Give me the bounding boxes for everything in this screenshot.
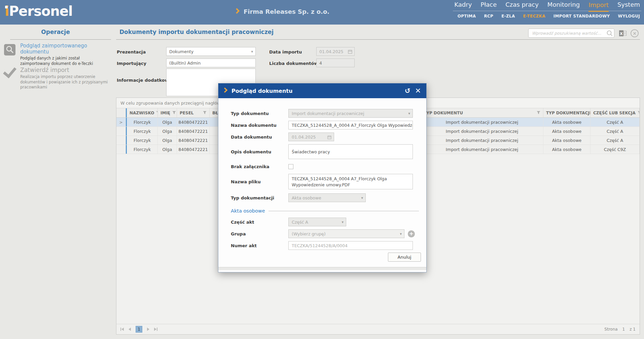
nazwa-dokumentu-input[interactable]: TECZKA_51244528_A_0004 A7_Florczyk Olga … xyxy=(288,121,413,129)
numer-akt-label: Numer akt xyxy=(231,243,288,248)
chevron-right-icon xyxy=(224,87,227,94)
grupa-select[interactable]: (Wybierz grupę)▾ xyxy=(288,229,404,238)
sidebar-item-podglad-dokumentu[interactable]: Podgląd zaimportowanego dokumentu Podglą… xyxy=(3,43,109,66)
history-icon[interactable]: ↺ xyxy=(405,87,410,94)
document-preview-icon xyxy=(3,43,17,66)
subnav-import-standardowy[interactable]: IMPORT STANDARDOWY xyxy=(553,14,610,18)
importujacy-input[interactable]: (BuiltIn) Admin xyxy=(166,59,256,67)
checkmark-icon xyxy=(3,67,17,90)
col-typ-dokumentacji[interactable]: TYP DOKUMENTACJI xyxy=(543,108,591,117)
cell-typ-dokumentacji: Akta osobowe xyxy=(543,118,591,126)
col-czesc-lub-sekcja[interactable]: CZĘŚĆ LUB SEKCJA xyxy=(591,108,640,117)
row-expander[interactable]: > xyxy=(116,118,126,126)
modal-close-icon[interactable]: ✕ xyxy=(415,87,421,95)
data-importu-label: Data importu xyxy=(269,49,302,54)
nav-kadry[interactable]: Kadry xyxy=(454,2,472,8)
nav-czas-pracy[interactable]: Czas pracy xyxy=(505,2,539,8)
data-importu-input[interactable]: 01.04.2025 xyxy=(316,47,355,56)
liczba-dokumentow-input[interactable]: 4 xyxy=(316,59,355,67)
chevron-down-icon: ▾ xyxy=(251,49,253,54)
col-imie[interactable]: IMIĘ xyxy=(158,108,177,117)
logo-i-glyph: i xyxy=(5,3,9,19)
panel-close-icon[interactable]: × xyxy=(631,29,639,37)
sidebar-item-desc: Podgląd danych z jakimi został zaimporto… xyxy=(20,56,109,66)
chevron-down-icon: ▾ xyxy=(408,111,410,116)
opis-dokumentu-textarea[interactable]: Świadectwo pracy xyxy=(288,144,413,159)
modal-body: Typ dokumentu Import dokumentacji pracow… xyxy=(218,98,426,270)
cell-nazwisko: Florczyk xyxy=(126,118,158,126)
row-expander[interactable] xyxy=(116,136,126,145)
data-dokumentu-label: Data dokumentu xyxy=(231,135,288,140)
nav-monitoring[interactable]: Monitoring xyxy=(547,2,580,8)
modal-title: Podgląd dokumentu xyxy=(231,88,292,94)
filter-icon[interactable] xyxy=(537,111,540,115)
search-input[interactable] xyxy=(529,29,605,37)
filter-icon[interactable] xyxy=(638,111,640,115)
last-page-button[interactable] xyxy=(154,328,157,331)
filter-icon[interactable] xyxy=(172,111,176,115)
export-excel-icon[interactable]: X xyxy=(618,29,627,38)
numer-akt-input[interactable]: TECZKA/51244528/A/0004 xyxy=(288,241,413,250)
cell-nazwisko: Florczyk xyxy=(126,127,158,136)
cell-typ-dokumentu: Import dokumentacji pracowniczej xyxy=(421,118,543,126)
cell-nazwisko: Florczyk xyxy=(126,145,158,154)
page-number-button[interactable]: 1 xyxy=(136,326,142,333)
sidebar-item-text: Podgląd zaimportowanego dokumentu Podglą… xyxy=(20,43,109,66)
sidebar-item-zatwierdz-import[interactable]: Zatwierdź import Realizacja importu popr… xyxy=(3,67,109,90)
cell-imie: Olga xyxy=(158,136,177,145)
page-info: Strona 1 z 1 xyxy=(604,327,636,332)
liczba-dokumentow-label: Liczba dokumentów xyxy=(269,61,318,66)
col-nazwisko[interactable]: NAZWISKO xyxy=(126,108,158,117)
page-title: Dokumenty importu dokumentacji pracownic… xyxy=(119,29,274,35)
filter-icon[interactable] xyxy=(203,111,207,115)
opis-dokumentu-label: Opis dokumentu xyxy=(231,149,288,154)
sidebar-item-desc: Realizacja importu poprzez utworzenie do… xyxy=(20,74,109,90)
chevron-down-icon: ▾ xyxy=(342,220,344,224)
grupa-label: Grupa xyxy=(231,231,288,236)
cell-typ-dokumentu: Import dokumentacji pracowniczej xyxy=(421,145,543,154)
next-page-button[interactable] xyxy=(147,328,149,331)
subnav-rcp[interactable]: RCP xyxy=(484,14,493,18)
cell-typ-dokumentacji: Akta osobowe xyxy=(543,136,591,145)
sidebar-item-text: Zatwierdź import Realizacja importu popr… xyxy=(20,67,109,90)
app-logo[interactable]: iPersonel xyxy=(5,3,73,19)
add-group-button[interactable]: + xyxy=(408,230,415,237)
nav-place[interactable]: Płace xyxy=(480,2,497,8)
nav-import[interactable]: Import xyxy=(588,2,609,12)
subnav-optima[interactable]: OPTIMA xyxy=(458,14,476,18)
cancel-button[interactable]: Anuluj xyxy=(388,253,421,262)
app-window: iPersonel Firma Releases Sp. z o.o. Kadr… xyxy=(0,0,644,339)
cell-typ-dokumentu: Import dokumentacji pracowniczej xyxy=(421,127,543,136)
typ-dokumentacji-select[interactable]: Akta osobowe▾ xyxy=(288,193,366,202)
cell-typ-dokumentu: Import dokumentacji pracowniczej xyxy=(421,136,543,145)
row-expander[interactable] xyxy=(116,127,126,136)
pagination-bar: 1 Strona 1 z 1 xyxy=(116,324,640,334)
col-typ-dokumentu[interactable]: TYP DOKUMENTU xyxy=(421,108,543,117)
nazwa-pliku-input[interactable]: TECZKA_51244528_A_0004 A7_Florczyk Olga … xyxy=(288,174,413,189)
brak-zalacznika-checkbox[interactable] xyxy=(288,164,293,169)
typ-dokumentacji-label: Typ dokumentacji xyxy=(231,195,288,200)
prezentacja-select[interactable]: Dokumenty▾ xyxy=(166,47,256,56)
nav-row-main: Kadry Płace Czas pracy Monitoring Import… xyxy=(453,2,641,11)
sidebar-separator xyxy=(10,39,111,40)
operations-title: Operacje xyxy=(0,29,111,35)
typ-dokumentu-select[interactable]: Import dokumentacji pracowniczej▾ xyxy=(288,109,413,118)
nav-system[interactable]: System xyxy=(617,2,640,8)
cell-nazwisko: Florczyk xyxy=(126,136,158,145)
first-page-button[interactable] xyxy=(120,328,124,331)
subnav-eteczka[interactable]: E-TECZKA xyxy=(523,14,545,18)
subnav-ezla[interactable]: E-ZLA xyxy=(501,14,515,18)
row-expander[interactable] xyxy=(116,145,126,154)
search-icon[interactable] xyxy=(605,29,614,38)
nazwa-pliku-label: Nazwa pliku xyxy=(231,179,288,184)
czesc-akt-select[interactable]: Część A▾ xyxy=(288,218,346,226)
data-dokumentu-input[interactable]: 01.04.2025 xyxy=(288,133,334,141)
prev-page-button[interactable] xyxy=(129,328,131,331)
typ-dokumentu-label: Typ dokumentu xyxy=(231,111,288,116)
modal-header: Podgląd dokumentu ↺ ✕ xyxy=(218,83,426,98)
subnav-wyloguj[interactable]: WYLOGUJ xyxy=(618,14,640,18)
logo-text: Personel xyxy=(9,3,73,19)
calendar-icon xyxy=(327,135,331,140)
cell-imie: Olga xyxy=(158,118,177,126)
col-pesel[interactable]: PESEL xyxy=(177,108,210,117)
